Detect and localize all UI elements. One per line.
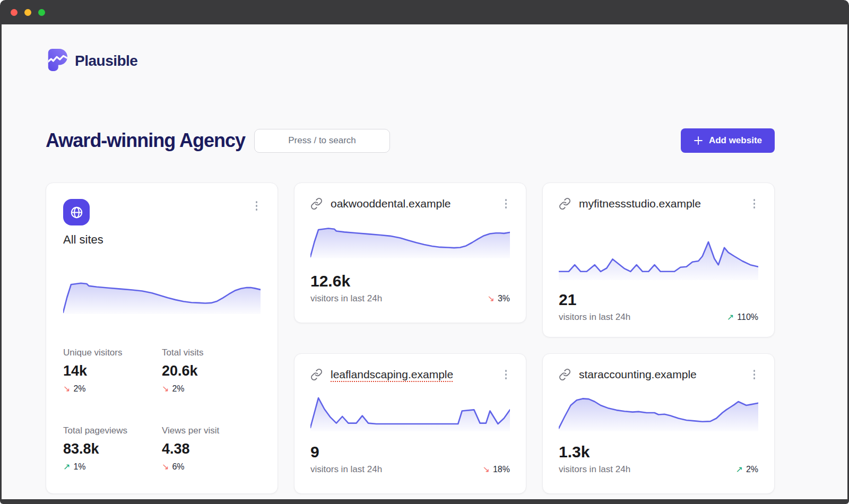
kebab-menu-icon[interactable] — [750, 368, 759, 381]
stat-value: 4.38 — [162, 441, 261, 457]
trend-percent: 2% — [746, 465, 758, 474]
stat-label: Total visits — [162, 347, 261, 358]
stat-label: Unique visitors — [63, 347, 162, 358]
site-domain: staraccounting.example — [579, 368, 697, 381]
trend-percent: 6% — [172, 462, 184, 472]
stat-total-pageviews: Total pageviews 83.8k ↗ 1% — [63, 425, 162, 472]
trend-percent: 110% — [737, 312, 758, 322]
visitor-caption: visitors in last 24h — [559, 464, 630, 475]
kebab-menu-icon[interactable] — [502, 197, 510, 211]
trend-delta: ↘ 2% — [63, 384, 162, 394]
trend-delta: ↗ 110% — [727, 312, 758, 322]
kebab-menu-icon[interactable] — [750, 197, 759, 211]
sparkline-chart — [310, 225, 510, 258]
site-card-myfitnessstudio[interactable]: myfitnessstudio.example 21 visitors in l… — [542, 183, 775, 337]
plausible-logo[interactable]: Plausible — [46, 48, 775, 74]
app-window: Plausible Award-winning Agency Add websi… — [0, 0, 849, 504]
search-input[interactable] — [254, 129, 390, 153]
kebab-menu-icon[interactable] — [502, 368, 510, 381]
sites-grid: All sites Unique visitors 14k ↘ 2% — [46, 183, 775, 494]
visitor-caption: visitors in last 24h — [310, 464, 382, 475]
sparkline-chart — [559, 232, 758, 280]
trend-percent: 2% — [172, 384, 184, 394]
visitor-count: 9 — [310, 443, 510, 461]
close-window-button[interactable] — [11, 9, 18, 16]
site-card-oakwooddental[interactable]: oakwooddental.example 12.6k visitors in … — [294, 183, 526, 323]
window-titlebar — [0, 0, 849, 24]
stat-value: 20.6k — [162, 363, 261, 379]
site-domain: leaflandscaping.example — [331, 368, 453, 381]
trend-delta: ↘ 2% — [162, 384, 261, 394]
sparkline-chart — [559, 394, 758, 431]
site-card-leaflandscaping[interactable]: leaflandscaping.example 9 visitors in la… — [294, 353, 526, 494]
visitor-count: 12.6k — [310, 272, 510, 290]
page-title: Award-winning Agency — [46, 129, 245, 152]
dashboard-header: Award-winning Agency Add website — [46, 128, 775, 153]
stat-label: Views per visit — [162, 425, 261, 436]
link-icon — [310, 197, 323, 210]
trend-arrow-icon: ↘ — [483, 465, 490, 474]
visitor-count: 1.3k — [559, 443, 758, 461]
trend-delta: ↗ 1% — [63, 462, 162, 472]
trend-percent: 1% — [73, 462, 85, 472]
trend-delta: ↘ 18% — [483, 465, 510, 474]
trend-percent: 2% — [73, 384, 85, 394]
trend-arrow-icon: ↗ — [735, 465, 742, 474]
link-icon — [310, 368, 323, 380]
add-website-label: Add website — [709, 135, 762, 146]
plus-icon — [694, 136, 703, 145]
trend-arrow-icon: ↗ — [727, 313, 734, 321]
globe-icon — [63, 199, 90, 225]
trend-delta: ↗ 2% — [735, 465, 758, 474]
link-icon — [559, 368, 571, 380]
zoom-window-button[interactable] — [38, 9, 45, 16]
brand-wordmark: Plausible — [75, 53, 137, 69]
stat-total-visits: Total visits 20.6k ↘ 2% — [162, 347, 261, 394]
sparkline-chart — [63, 280, 261, 314]
trend-delta: ↘ 6% — [162, 462, 261, 472]
trend-arrow-icon: ↘ — [162, 463, 169, 471]
trend-delta: ↘ 3% — [487, 294, 510, 303]
all-sites-stats: Unique visitors 14k ↘ 2% Total visits 20… — [63, 347, 261, 472]
stat-value: 14k — [63, 363, 162, 379]
sparkline-chart — [310, 394, 510, 431]
add-website-button[interactable]: Add website — [681, 128, 775, 153]
trend-arrow-icon: ↘ — [162, 385, 169, 393]
stat-unique-visitors: Unique visitors 14k ↘ 2% — [63, 347, 162, 394]
trend-arrow-icon: ↗ — [63, 463, 70, 471]
plausible-logo-icon — [46, 48, 68, 74]
visitor-count: 21 — [559, 291, 758, 309]
trend-percent: 3% — [498, 294, 510, 303]
trend-percent: 18% — [493, 465, 510, 474]
stat-views-per-visit: Views per visit 4.38 ↘ 6% — [162, 425, 261, 472]
page-content: Plausible Award-winning Agency Add websi… — [2, 24, 847, 499]
site-card-staraccounting[interactable]: staraccounting.example 1.3k visitors in … — [542, 353, 775, 494]
stat-value: 83.8k — [63, 441, 162, 457]
site-domain: oakwooddental.example — [331, 197, 451, 210]
minimize-window-button[interactable] — [24, 9, 31, 16]
kebab-menu-icon[interactable] — [253, 199, 261, 213]
site-domain: myfitnessstudio.example — [579, 197, 701, 210]
all-sites-title: All sites — [63, 233, 261, 247]
all-sites-card[interactable]: All sites Unique visitors 14k ↘ 2% — [46, 183, 278, 494]
stat-label: Total pageviews — [63, 425, 162, 436]
visitor-caption: visitors in last 24h — [559, 312, 630, 323]
trend-arrow-icon: ↘ — [63, 385, 70, 393]
visitor-caption: visitors in last 24h — [310, 293, 382, 304]
link-icon — [559, 197, 571, 210]
trend-arrow-icon: ↘ — [487, 294, 494, 303]
